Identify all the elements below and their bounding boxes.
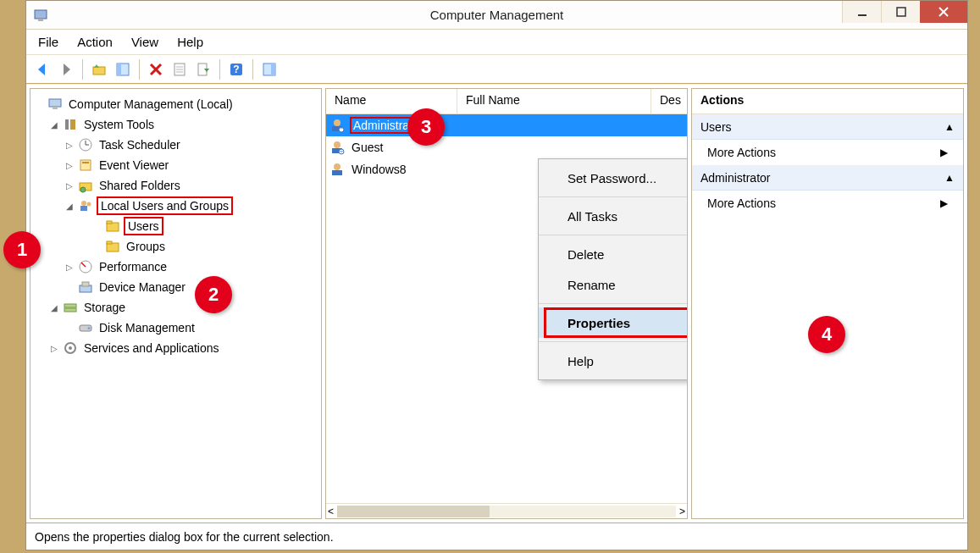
actions-pane: Actions Users ▲ More Actions ▶ Administr… (691, 88, 964, 519)
svg-point-34 (80, 187, 86, 192)
close-button[interactable] (920, 1, 967, 23)
context-label: All Tasks (568, 209, 617, 224)
separator-icon (539, 341, 687, 342)
expander-icon[interactable]: ◢ (49, 302, 59, 312)
disk-icon (78, 320, 93, 335)
app-icon (33, 8, 48, 23)
submenu-arrow-icon: ▶ (940, 197, 948, 209)
row-label: Guest (350, 141, 385, 154)
properties-button[interactable] (169, 58, 191, 80)
status-text: Opens the properties dialog box for the … (35, 530, 334, 544)
actions-group-admin[interactable]: Administrator ▲ (692, 165, 963, 191)
menu-action[interactable]: Action (77, 35, 113, 49)
menubar: File Action View Help (26, 30, 967, 55)
tree-label: Local Users and Groups (97, 196, 233, 215)
tree-storage[interactable]: ◢ Storage (49, 297, 318, 318)
context-delete[interactable]: Delete (539, 239, 687, 269)
column-name[interactable]: Name (326, 89, 457, 113)
horizontal-scrollbar[interactable]: < > (326, 503, 687, 518)
svg-point-55 (334, 141, 341, 148)
expander-icon[interactable]: ▷ (64, 140, 75, 150)
scroll-thumb[interactable] (337, 506, 490, 517)
submenu-arrow-icon: ▶ (940, 147, 948, 158)
event-icon (78, 158, 93, 173)
up-folder-button[interactable] (88, 58, 110, 80)
actions-group-label: Administrator (700, 171, 770, 185)
device-manager-icon (78, 279, 93, 295)
scroll-track[interactable] (337, 506, 676, 517)
tree-local-users-groups[interactable]: ◢ Local Users and Groups (64, 196, 318, 216)
expander-icon[interactable]: ▷ (64, 160, 75, 170)
app-window: Computer Management File Action View Hel… (25, 0, 968, 550)
minimize-button[interactable] (842, 1, 881, 23)
tree-system-tools[interactable]: ◢ System Tools (49, 114, 318, 135)
list-body[interactable]: Administrator Guest Windows8 Set Passwor… (326, 114, 687, 503)
tree-label: Event Viewer (97, 158, 171, 173)
svg-rect-46 (64, 304, 76, 307)
help-button[interactable]: ? (225, 58, 247, 80)
tree-label: System Tools (81, 117, 157, 132)
tree-disk-management[interactable]: ▷ Disk Management (64, 318, 318, 338)
menu-view[interactable]: View (131, 35, 158, 49)
export-button[interactable] (192, 58, 214, 80)
column-full-name[interactable]: Full Name (457, 89, 651, 113)
svg-point-49 (88, 327, 91, 329)
tree-performance[interactable]: ▷ Performance (64, 257, 318, 277)
tree-services-apps[interactable]: ▷ Services and Applications (49, 338, 318, 358)
actions-more-2[interactable]: More Actions ▶ (692, 191, 963, 216)
context-help[interactable]: Help (539, 346, 687, 376)
row-label: Windows8 (350, 163, 408, 176)
svg-rect-26 (65, 119, 69, 130)
expander-icon[interactable]: ▷ (64, 262, 75, 272)
context-label: Properties (568, 316, 630, 330)
list-row-administrator[interactable]: Administrator (326, 114, 687, 136)
column-description[interactable]: Des (651, 89, 687, 113)
expander-icon[interactable]: ▷ (64, 180, 75, 191)
actions-header: Actions (692, 89, 963, 114)
context-all-tasks[interactable]: All Tasks ▶ (539, 201, 687, 231)
show-hide-button[interactable] (112, 58, 134, 80)
svg-point-37 (87, 202, 91, 207)
tree-task-scheduler[interactable]: ▷ Task Scheduler (64, 135, 318, 155)
svg-rect-23 (271, 64, 275, 75)
titlebar: Computer Management (26, 1, 967, 30)
context-properties[interactable]: Properties (539, 307, 687, 338)
maximize-button[interactable] (881, 1, 920, 23)
tree-root[interactable]: ▷ Computer Management (Local) (34, 94, 318, 114)
svg-point-58 (334, 163, 341, 170)
actions-group-label: Users (700, 120, 732, 134)
delete-button[interactable] (145, 58, 167, 80)
expander-icon[interactable]: ◢ (64, 201, 75, 211)
user-icon (329, 162, 345, 177)
tree-groups[interactable]: ▷ Groups (91, 236, 318, 257)
tree-users[interactable]: ▷ Users (91, 216, 318, 236)
tree-event-viewer[interactable]: ▷ Event Viewer (64, 155, 318, 175)
menu-help[interactable]: Help (177, 35, 203, 49)
tree-label: Task Scheduler (97, 137, 183, 152)
actions-more-1[interactable]: More Actions ▶ (692, 140, 963, 165)
callout-1: 1 (3, 231, 41, 268)
svg-rect-8 (93, 67, 105, 75)
clock-icon (78, 137, 93, 152)
tree-shared-folders[interactable]: ▷ Shared Folders (64, 175, 318, 196)
tree-label: Groups (124, 239, 168, 254)
show-hide-action-pane-button[interactable] (258, 58, 280, 80)
forward-button[interactable] (55, 58, 77, 80)
context-rename[interactable]: Rename (539, 269, 687, 300)
context-set-password[interactable]: Set Password... (539, 163, 687, 193)
svg-rect-41 (107, 241, 112, 244)
list-row-guest[interactable]: Guest (326, 136, 687, 158)
actions-group-users[interactable]: Users ▲ (692, 114, 963, 140)
expander-icon[interactable]: ▷ (49, 343, 59, 353)
svg-rect-45 (82, 282, 89, 286)
scroll-left-icon[interactable]: < (328, 506, 334, 517)
tree-device-manager[interactable]: ▷ Device Manager (64, 277, 318, 297)
back-button[interactable] (31, 58, 53, 80)
toolbar: ? (26, 55, 967, 84)
svg-rect-11 (117, 64, 121, 75)
expander-icon[interactable]: ◢ (49, 119, 59, 130)
callout-2: 2 (195, 276, 232, 313)
menu-file[interactable]: File (38, 35, 58, 49)
tree-pane[interactable]: ▷ Computer Management (Local) ◢ System T… (30, 88, 322, 519)
scroll-right-icon[interactable]: > (679, 506, 685, 517)
